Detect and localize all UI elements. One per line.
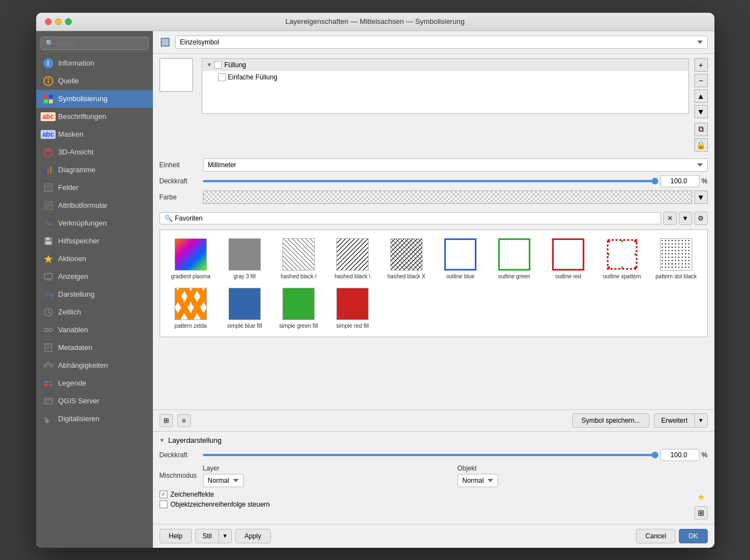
grid-view-button[interactable]: ⊞ xyxy=(160,414,173,427)
stil-arrow-button[interactable]: ▼ xyxy=(218,529,232,543)
deckkraft-thumb[interactable] xyxy=(652,178,658,184)
advanced-arrow-button[interactable]: ▼ xyxy=(694,413,708,428)
symbol-item-hashed-bslash[interactable]: hashed black \ xyxy=(326,234,379,283)
verknupfungen-icon xyxy=(43,218,54,229)
sidebar-item-abhangigkeiten[interactable]: Abhängigkeiten xyxy=(36,357,153,374)
close-button[interactable] xyxy=(45,18,52,25)
sidebar-item-diagramme[interactable]: Diagramme xyxy=(36,161,153,179)
symbol-label-dot-pattern: pattern dot black xyxy=(655,273,697,279)
grid4-button[interactable]: ⊞ xyxy=(694,506,708,519)
symbol-item-outline-xpat[interactable]: outline xpattern xyxy=(596,234,649,283)
symbol-item-blue-fill[interactable]: simple blue fill xyxy=(218,284,271,332)
sidebar-item-label: Attributformular xyxy=(58,201,108,209)
help-button[interactable]: Help xyxy=(160,529,192,543)
objekt-blend-combo[interactable]: Normal xyxy=(458,474,498,487)
sidebar-item-symbolisierung[interactable]: Symbolisierung xyxy=(36,90,153,108)
layer-deckkraft-thumb[interactable] xyxy=(652,452,658,458)
digitalisieren-icon xyxy=(43,413,54,424)
sidebar-item-attributformular[interactable]: Attributformular xyxy=(36,197,153,214)
svg-rect-5 xyxy=(44,99,48,103)
symbol-item-gray-3-fill[interactable]: gray 3 fill xyxy=(218,234,271,283)
sidebar-search-input[interactable] xyxy=(56,39,143,47)
symbol-item-zelda[interactable]: pattern zelda xyxy=(165,284,217,332)
sidebar-item-zeitlich[interactable]: Zeitlich xyxy=(36,303,153,321)
symbol-item-hashed-slash[interactable]: hashed black / xyxy=(272,234,325,283)
symbol-item-dot-pattern[interactable]: pattern dot black xyxy=(650,234,703,283)
einheit-combo[interactable]: Millimeter xyxy=(203,158,708,172)
symbol-item-outline-green[interactable]: outline green xyxy=(488,234,541,283)
symbol-thumb-zelda xyxy=(174,287,207,321)
advanced-main-button[interactable]: Erweitert xyxy=(654,413,694,428)
advanced-split-button: Erweitert ▼ xyxy=(654,413,707,428)
layer-blend-combo[interactable]: Normal xyxy=(203,474,244,487)
sidebar-item-label: Aktionen xyxy=(58,254,87,263)
deckkraft-control: % xyxy=(203,175,708,187)
symbol-tree-area: ▼ Füllung Einfache Füllung + − ▲ xyxy=(202,58,708,152)
sidebar-item-aktionen[interactable]: Aktionen xyxy=(36,250,153,268)
sidebar-item-information[interactable]: i Information xyxy=(36,54,153,72)
sidebar-item-qgis-server[interactable]: QGIS Server xyxy=(36,392,153,410)
tree-child-checkbox[interactable] xyxy=(218,73,226,81)
sidebar-item-digitalisieren[interactable]: Digitalisieren xyxy=(36,410,153,428)
sidebar-item-3d[interactable]: 3D-Ansicht xyxy=(36,143,153,161)
deckkraft-input[interactable] xyxy=(660,175,699,187)
einheit-control: Millimeter xyxy=(203,158,708,172)
minimize-button[interactable] xyxy=(55,18,62,25)
farbe-color-bar[interactable] xyxy=(203,191,692,204)
symbol-type-combo[interactable]: Einzelsymbol xyxy=(175,36,708,49)
favorites-filter-button[interactable]: ▼ xyxy=(679,212,692,225)
sidebar-item-metadaten[interactable]: Metadaten xyxy=(36,339,153,357)
cancel-button[interactable]: Cancel xyxy=(636,529,676,543)
apply-button[interactable]: Apply xyxy=(235,529,271,543)
move-down-button[interactable]: ▼ xyxy=(694,105,708,118)
stil-main-button[interactable]: Stil xyxy=(195,529,218,543)
farbe-dropdown-button[interactable]: ▼ xyxy=(694,191,708,204)
tree-root-checkbox[interactable] xyxy=(214,61,222,69)
save-symbol-button[interactable]: Symbol speichern... xyxy=(572,413,649,428)
symbol-item-green-fill[interactable]: simple green fill xyxy=(272,284,325,332)
favorites-search-icon: 🔍 xyxy=(165,214,173,222)
star-button[interactable]: ★ xyxy=(694,491,708,504)
sidebar-item-anzeigen[interactable]: Anzeigen xyxy=(36,268,153,286)
symbol-type-bar: Einzelsymbol xyxy=(153,31,714,54)
sidebar-item-legende[interactable]: Legende xyxy=(36,374,153,392)
symbol-item-hashed-cross[interactable]: hashed black X xyxy=(380,234,433,283)
sidebar-item-hilfsspeicher[interactable]: Hilfsspeicher xyxy=(36,232,153,250)
layer-deckkraft-input[interactable] xyxy=(660,449,699,461)
add-layer-button[interactable]: + xyxy=(694,58,708,72)
tree-child[interactable]: Einfache Füllung xyxy=(202,71,688,83)
symbol-item-red-fill[interactable]: simple red fill xyxy=(326,284,379,332)
symbol-item-outline-blue[interactable]: outline blue xyxy=(434,234,487,283)
zeicheneffekte-checkbox[interactable] xyxy=(160,491,167,498)
favorites-search-input[interactable] xyxy=(175,214,656,222)
svg-marker-23 xyxy=(44,255,53,263)
symbol-item-outline-red[interactable]: outline red xyxy=(542,234,595,283)
symbol-label-gradient: gradient plasma xyxy=(171,273,210,279)
maximize-button[interactable] xyxy=(65,18,72,25)
sidebar-item-darstellung[interactable]: Darstellung xyxy=(36,286,153,303)
svg-line-27 xyxy=(48,312,51,313)
list-view-button[interactable]: ≡ xyxy=(177,414,191,427)
sidebar-item-variablen[interactable]: Variablen xyxy=(36,321,153,339)
ok-button[interactable]: OK xyxy=(679,529,707,543)
sidebar-item-verknupfungen[interactable]: Verknüpfungen xyxy=(36,214,153,232)
favorites-settings-button[interactable]: ⚙ xyxy=(694,212,708,225)
sidebar-item-label: Variablen xyxy=(58,326,88,334)
symbol-label-green-fill: simple green fill xyxy=(279,323,317,329)
sidebar-item-beschriftungen[interactable]: abc Beschriftungen xyxy=(36,108,153,126)
favorites-clear-button[interactable]: ✕ xyxy=(663,212,677,225)
lock-layer-button[interactable]: 🔒 xyxy=(694,138,708,152)
sidebar-item-masken[interactable]: abc Masken xyxy=(36,126,153,143)
sidebar-item-felder[interactable]: Felder xyxy=(36,179,153,197)
move-up-button[interactable]: ▲ xyxy=(694,89,708,103)
sidebar-item-label: Darstellung xyxy=(58,290,95,298)
remove-layer-button[interactable]: − xyxy=(694,74,708,87)
svg-rect-37 xyxy=(51,364,53,367)
objektreihenfolge-checkbox[interactable] xyxy=(160,501,167,508)
svg-marker-8 xyxy=(44,148,52,153)
tree-root[interactable]: ▼ Füllung xyxy=(202,59,688,71)
symbol-item-gradient-plasma[interactable]: gradient plasma xyxy=(165,234,217,283)
einzelsymbol-icon xyxy=(160,37,171,48)
sidebar-item-quelle[interactable]: Quelle xyxy=(36,72,153,90)
duplicate-layer-button[interactable]: ⧉ xyxy=(694,123,708,136)
